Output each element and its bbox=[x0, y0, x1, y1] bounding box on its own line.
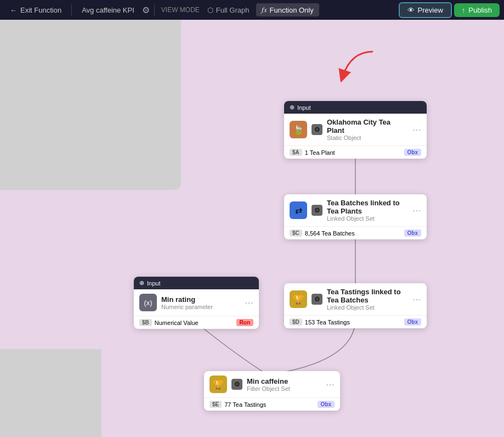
node-sub-filter1: Filter Object Set bbox=[247, 385, 321, 392]
node-more-linked1[interactable]: ⋯ bbox=[412, 205, 421, 216]
node-footer-input1: $A 1 Tea Plant Obx bbox=[284, 145, 427, 159]
publish-button[interactable]: ↑ Publish bbox=[454, 3, 500, 17]
node-name-filter1: Min caffeine bbox=[247, 377, 321, 385]
node-run-input2[interactable]: Run bbox=[236, 319, 253, 326]
node-more-input2[interactable]: ⋯ bbox=[245, 298, 253, 308]
divider2 bbox=[154, 4, 155, 15]
node-badge-linked2: $D bbox=[290, 318, 302, 326]
node-badge-linked1: $C bbox=[290, 229, 302, 237]
arrow-annotation bbox=[335, 46, 378, 92]
node-sub-input2: Numeric parameter bbox=[161, 304, 240, 310]
node-info-input1: Oklahoma City Tea Plant Static Object bbox=[327, 118, 408, 141]
divider bbox=[71, 4, 72, 15]
exit-function-button[interactable]: ← Exit Function bbox=[4, 4, 67, 16]
node-obx-filter1: Obx bbox=[318, 401, 335, 408]
linked-tea-tastings-node: 🏆 ⚙ Tea Tastings linked to Tea Batches L… bbox=[284, 283, 427, 328]
node-body-linked1: ⇄ ⚙ Tea Batches linked to Tea Plants Lin… bbox=[284, 194, 427, 226]
node-icon-plant: 🍃 bbox=[290, 121, 307, 138]
node-count-input2: Numerical Value bbox=[155, 320, 199, 326]
node-icon-gear3: ⚙ bbox=[312, 294, 322, 305]
arrow-left-icon: ← bbox=[10, 6, 17, 14]
node-sub-linked1: Linked Object Set bbox=[327, 215, 408, 222]
node-footer-linked2: $D 153 Tea Tastings Obx bbox=[284, 315, 427, 328]
node-icon-gear2: ⚙ bbox=[312, 205, 322, 216]
node-body-linked2: 🏆 ⚙ Tea Tastings linked to Tea Batches L… bbox=[284, 283, 427, 315]
node-name-linked1: Tea Batches linked to Tea Plants bbox=[327, 199, 408, 215]
input-oklahoma-node: ⊕ Input 🍃 ⚙ Oklahoma City Tea Plant Stat… bbox=[284, 101, 427, 159]
function-icon: 𝑓𝑥 bbox=[262, 5, 267, 14]
node-obx-linked1: Obx bbox=[404, 229, 421, 237]
input-min-rating-node: ⊕ Input (x) Min rating Numeric parameter… bbox=[134, 277, 259, 329]
node-body-input1: 🍃 ⚙ Oklahoma City Tea Plant Static Objec… bbox=[284, 114, 427, 145]
node-sub-input1: Static Object bbox=[327, 135, 408, 141]
node-footer-input2: $B Numerical Value Run bbox=[134, 316, 259, 329]
node-body-filter1: 🏆 ⚙ Min caffeine Filter Object Set ⋯ bbox=[204, 371, 340, 397]
node-info-filter1: Min caffeine Filter Object Set bbox=[247, 377, 321, 392]
filter-min-caffeine-node: 🏆 ⚙ Min caffeine Filter Object Set ⋯ $E … bbox=[204, 371, 340, 411]
topbar: ← Exit Function Avg caffeine KPI ⚙ VIEW … bbox=[0, 0, 504, 20]
full-graph-button[interactable]: ⬡ Full Graph bbox=[202, 3, 255, 16]
settings-icon[interactable]: ⚙ bbox=[142, 5, 150, 15]
node-name-linked2: Tea Tastings linked to Tea Batches bbox=[327, 288, 408, 304]
gray-region-topleft bbox=[0, 20, 181, 190]
view-mode-group: ⬡ Full Graph 𝑓𝑥 Function Only bbox=[202, 3, 319, 16]
node-count-input1: 1 Tea Plant bbox=[305, 149, 335, 156]
node-obx-linked2: Obx bbox=[404, 318, 421, 326]
node-count-linked2: 153 Tea Tastings bbox=[305, 319, 350, 326]
function-name[interactable]: Avg caffeine KPI bbox=[76, 4, 140, 16]
node-footer-filter1: $E 77 Tea Tastings Obx bbox=[204, 397, 340, 411]
node-info-linked2: Tea Tastings linked to Tea Batches Linke… bbox=[327, 288, 408, 311]
node-obx-input1: Obx bbox=[404, 149, 421, 156]
node-count-linked1: 8,564 Tea Batches bbox=[305, 230, 355, 237]
linked-tea-batches-node: ⇄ ⚙ Tea Batches linked to Tea Plants Lin… bbox=[284, 194, 427, 239]
node-header-input1: ⊕ Input bbox=[284, 101, 427, 114]
node-badge-filter1: $E bbox=[209, 401, 222, 408]
node-header-input2: ⊕ Input bbox=[134, 277, 259, 289]
canvas: ⊕ Input 🍃 ⚙ Oklahoma City Tea Plant Stat… bbox=[0, 20, 504, 437]
node-count-filter1: 77 Tea Tastings bbox=[224, 401, 266, 408]
gray-region-bottomleft bbox=[0, 349, 101, 437]
node-footer-linked1: $C 8,564 Tea Batches Obx bbox=[284, 226, 427, 239]
node-icon-gear1: ⚙ bbox=[312, 124, 322, 135]
node-more-filter1[interactable]: ⋯ bbox=[326, 379, 335, 390]
node-badge-input2: $B bbox=[139, 319, 152, 326]
node-more-input1[interactable]: ⋯ bbox=[412, 125, 421, 135]
node-icon-gear4: ⚙ bbox=[231, 379, 242, 390]
node-badge-input1: $A bbox=[290, 149, 302, 156]
node-icon-filter: 🏆 bbox=[209, 376, 227, 393]
node-name-input2: Min rating bbox=[161, 295, 240, 304]
input-icon2: ⊕ bbox=[139, 279, 144, 287]
node-more-linked2[interactable]: ⋯ bbox=[412, 294, 421, 305]
function-only-button[interactable]: 𝑓𝑥 Function Only bbox=[256, 3, 319, 16]
node-name-input1: Oklahoma City Tea Plant bbox=[327, 118, 408, 135]
node-info-input2: Min rating Numeric parameter bbox=[161, 295, 240, 310]
eye-icon: 👁 bbox=[407, 6, 415, 14]
view-mode-label: VIEW MODE bbox=[161, 6, 200, 14]
input-icon: ⊕ bbox=[290, 104, 295, 111]
node-icon-param: (x) bbox=[139, 294, 157, 311]
graph-icon: ⬡ bbox=[207, 6, 213, 14]
node-icon-link1: ⇄ bbox=[290, 201, 307, 219]
upload-icon: ↑ bbox=[462, 6, 466, 14]
node-body-input2: (x) Min rating Numeric parameter ⋯ bbox=[134, 289, 259, 316]
node-icon-link2: 🏆 bbox=[290, 290, 307, 308]
node-info-linked1: Tea Batches linked to Tea Plants Linked … bbox=[327, 199, 408, 222]
node-sub-linked2: Linked Object Set bbox=[327, 304, 408, 311]
preview-button[interactable]: 👁 Preview bbox=[399, 2, 452, 18]
